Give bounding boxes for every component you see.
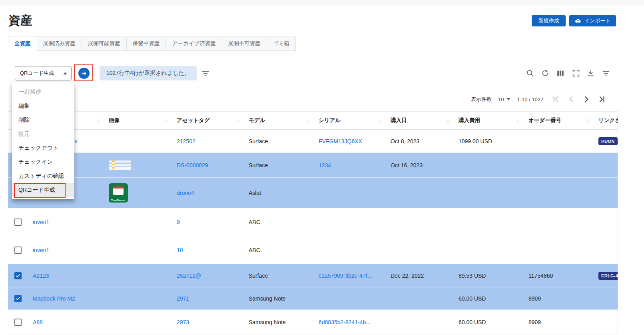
- tab-undeployable-assets[interactable]: 展開不可資産: [222, 36, 267, 51]
- asset-tag-link[interactable]: 252712@: [177, 273, 201, 279]
- checkbox-cell: [8, 310, 26, 335]
- table-row[interactable]: inven1 9 ABC: [8, 208, 618, 236]
- bulk-action-submit-button[interactable]: [78, 68, 90, 79]
- selection-status-text: 1027行中4行が選択されました。: [106, 70, 190, 77]
- tab-all-assets[interactable]: 全資産: [8, 36, 37, 51]
- asset-name-link[interactable]: inven1: [33, 247, 49, 253]
- column-menu-icon[interactable]: ≡: [446, 117, 450, 124]
- search-icon[interactable]: [526, 69, 534, 78]
- row-checkbox[interactable]: [14, 295, 22, 302]
- asset-tag-link[interactable]: drone4: [177, 190, 194, 196]
- asset-tag-link[interactable]: 10: [177, 247, 183, 253]
- column-menu-icon[interactable]: ≡: [306, 117, 310, 124]
- order-number-cell: 11754860: [528, 273, 553, 279]
- serial-link[interactable]: 1234: [319, 162, 331, 169]
- menu-item-checkout[interactable]: チェックアウト: [12, 141, 74, 155]
- selection-status: 1027行中4行が選択されました。: [100, 66, 197, 80]
- menu-item-generate-qr[interactable]: QRコード生成: [12, 183, 74, 197]
- asset-name-link[interactable]: A2123: [33, 273, 49, 279]
- table-row[interactable]: DS-0000029 Surface 1234 Oct 16, 2023: [8, 153, 618, 178]
- purchase-date-cell: Oct 8, 2023: [391, 138, 419, 144]
- asset-image[interactable]: [109, 160, 131, 170]
- model-cell: ABC: [249, 219, 260, 225]
- tab-deployed-assets[interactable]: 展開済み資産: [37, 36, 82, 51]
- filter-icon[interactable]: [602, 69, 610, 78]
- menu-item-confirm-custody[interactable]: カストディの確認: [12, 169, 74, 183]
- image-cell: [102, 153, 170, 177]
- rows-per-page-value: 10: [498, 96, 504, 102]
- arrow-right-icon: [81, 70, 88, 77]
- menu-item-delete[interactable]: 削除: [12, 113, 74, 127]
- linked-badge: HUON: [598, 137, 618, 145]
- asset-tag-link[interactable]: 2971: [177, 295, 189, 302]
- asset-name-link[interactable]: x: [74, 138, 77, 144]
- menu-item-checkin[interactable]: チェックイン: [12, 155, 74, 169]
- menu-item-edit[interactable]: 編集: [12, 99, 74, 113]
- tab-trash[interactable]: ゴミ箱: [267, 36, 296, 51]
- row-checkbox[interactable]: [14, 247, 22, 254]
- column-menu-icon[interactable]: ≡: [378, 117, 382, 124]
- row-checkbox[interactable]: [14, 272, 22, 279]
- asset-tag-link[interactable]: 2973: [177, 319, 189, 325]
- fullscreen-icon[interactable]: [572, 69, 580, 78]
- columns-icon[interactable]: [556, 69, 565, 78]
- asset-image[interactable]: TimePlanner: [109, 183, 128, 203]
- table-row[interactable]: A88 2973 Samsung Note 6d8835b2-8241-4b..…: [8, 310, 618, 335]
- purchase-cost-cell: 1099.00 USD: [459, 138, 492, 144]
- refresh-icon[interactable]: [541, 69, 550, 78]
- last-page-icon[interactable]: [597, 94, 606, 104]
- download-icon[interactable]: [586, 69, 595, 78]
- purchase-date-cell: Oct 16, 2023: [391, 162, 423, 169]
- asset-tag-link[interactable]: 212502: [177, 138, 195, 144]
- header-serial: シリアル≡: [312, 112, 384, 129]
- image-cell: [102, 264, 170, 287]
- asset-name-link[interactable]: Macbook Pro M2: [33, 295, 75, 302]
- serial-link[interactable]: c1a57909-3b2e-47f...: [319, 273, 372, 279]
- serial-link[interactable]: FVFGM13JQ6XX: [319, 138, 362, 144]
- rows-per-page-label: 表示件数: [471, 96, 492, 103]
- bulk-action-select[interactable]: QRコード生成: [15, 66, 72, 80]
- cloud-upload-icon: [574, 17, 582, 24]
- pagination-bar: 表示件数 10 1-10 / 1027: [471, 94, 606, 105]
- column-menu-icon[interactable]: ≡: [516, 117, 520, 124]
- table-row[interactable]: A2123 252712@ Surface c1a57909-3b2e-47f.…: [8, 264, 618, 287]
- asset-tag-link[interactable]: 9: [177, 219, 180, 225]
- table-row[interactable]: TimePlanner drone4 Aslat: [8, 178, 618, 208]
- image-cell: TimePlanner: [102, 178, 170, 208]
- bulk-action-value: QRコード生成: [20, 70, 54, 77]
- sort-icon[interactable]: [201, 68, 210, 78]
- column-menu-icon[interactable]: ≡: [236, 117, 240, 124]
- first-page-icon: [551, 94, 561, 104]
- asset-name-link[interactable]: A88: [33, 319, 43, 325]
- asset-name-link[interactable]: inven1: [33, 219, 49, 225]
- column-menu-icon[interactable]: ≡: [96, 117, 100, 124]
- tab-archived-assets[interactable]: アーカイブ済資産: [165, 36, 222, 51]
- next-page-icon[interactable]: [582, 94, 591, 104]
- purchase-date-cell: Dec 22, 2022: [391, 273, 424, 279]
- table-header: ≡ 画像≡ アセットタグ≡ モデル≡ シリアル≡ 購入日≡ 購入費用≡ オーダー…: [8, 111, 618, 130]
- table-row[interactable]: Macbook Pro M2 2971 Samsung Note 60.00 U…: [8, 287, 618, 310]
- image-cell: [102, 310, 170, 335]
- row-checkbox[interactable]: [14, 219, 22, 226]
- tab-pending-assets[interactable]: 保留中資産: [126, 36, 166, 51]
- model-cell: Samsung Note: [249, 295, 286, 302]
- header-order-number: オーダー番号≡: [522, 112, 592, 129]
- import-button-label: インポート: [584, 17, 611, 24]
- model-cell: Surface: [249, 273, 268, 279]
- column-menu-icon[interactable]: ≡: [164, 117, 168, 124]
- previous-page-icon: [566, 94, 576, 104]
- column-menu-icon[interactable]: ≡: [586, 117, 590, 124]
- create-button[interactable]: 新規作成: [532, 15, 566, 26]
- model-cell: Samsung Note: [249, 319, 286, 325]
- rows-per-page-select[interactable]: 10: [498, 96, 510, 102]
- serial-link[interactable]: 6d8835b2-8241-4b...: [319, 319, 371, 325]
- import-button[interactable]: インポート: [569, 15, 616, 26]
- tab-deployable-assets[interactable]: 展開可能資産: [82, 36, 127, 51]
- asset-tag-link[interactable]: DS-0000029: [177, 162, 208, 169]
- row-checkbox[interactable]: [14, 319, 22, 326]
- tab-bar: 全資産 展開済み資産 展開可能資産 保留中資産 アーカイブ済資産 展開不可資産 …: [8, 36, 296, 51]
- header-asset-tag: アセットタグ≡: [170, 112, 242, 129]
- menu-item-bulk-operations: 一括操作: [12, 85, 74, 99]
- table-row[interactable]: inven1 10 ABC: [8, 236, 618, 264]
- table-row[interactable]: x 212502 Surface FVFGM13JQ6XX Oct 8, 202…: [8, 130, 618, 153]
